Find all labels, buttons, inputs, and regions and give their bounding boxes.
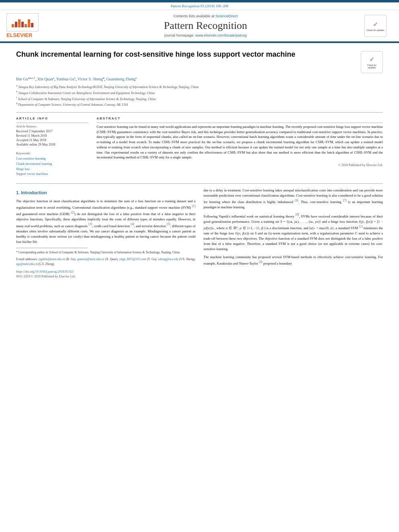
- check-update-icon: ✓: [373, 21, 378, 28]
- footnote-section: * Corresponding author at: School of Com…: [16, 250, 195, 266]
- ref-7[interactable]: [7]: [343, 200, 347, 204]
- keywords-list: Cost-sensitive learning Chunk incrementa…: [16, 156, 88, 177]
- article-info-heading: ARTICLE INFO: [16, 117, 88, 120]
- paper-content: Chunk incremental learning for cost-sens…: [0, 43, 399, 286]
- homepage-url[interactable]: www.elsevier.com/locate/patcog: [195, 33, 247, 37]
- doi-link[interactable]: https://doi.org/10.1016/j.patcog.2018.05…: [16, 270, 74, 273]
- journal-header-right: ✓ Check for updates: [364, 15, 393, 37]
- affil-a-text: Jiangsu Key Laboratory of Big Data Analy…: [18, 85, 198, 89]
- keyword-4[interactable]: Support vector machines: [16, 172, 48, 176]
- revised-date: Revised 11 March 2018: [16, 134, 88, 138]
- author-2[interactable]: Xin Quan: [37, 77, 53, 81]
- ref-1b[interactable]: [1]: [359, 226, 363, 230]
- intro-para-right-2: Following Vapnik's influential work on s…: [204, 213, 383, 252]
- affil-d-marker: d: [16, 103, 17, 107]
- check-update-icon-2: ✓: [369, 55, 374, 63]
- paper-title: Chunk incremental learning for cost-sens…: [16, 49, 356, 60]
- body-columns: 1. Introduction The objective function o…: [16, 188, 383, 279]
- ref-1[interactable]: [1]: [192, 205, 195, 210]
- keywords-heading: Keywords:: [16, 151, 88, 155]
- abstract-divider: [97, 123, 383, 123]
- elsevier-logo: ELSEVIER: [6, 13, 47, 38]
- ref-5[interactable]: [5]: [167, 224, 171, 228]
- email-zheng[interactable]: zgs@nuist.edu.cn: [16, 262, 37, 266]
- abstract-col: ABSTRACT Cost-sensitive learning can be …: [97, 117, 383, 177]
- check-update-right: ✓ Check forupdates: [361, 51, 383, 73]
- check-update-badge: ✓ Check for updates: [364, 15, 387, 37]
- author-5[interactable]: Guansheng Zheng: [106, 77, 136, 81]
- info-divider-1: [16, 123, 88, 123]
- affil-c-marker: c: [16, 97, 17, 101]
- paper-title-section: Chunk incremental learning for cost-sens…: [16, 49, 383, 73]
- ref-8[interactable]: [8]: [296, 214, 299, 218]
- ref-6[interactable]: [6]: [295, 200, 298, 204]
- ref-4[interactable]: [4]: [131, 224, 134, 228]
- copyright-line: © 2018 Published by Elsevier Ltd.: [97, 163, 383, 167]
- available-date: Available online 29 May 2018: [16, 143, 88, 146]
- body-divider: [16, 183, 383, 184]
- intro-para-1: The objective function of most classific…: [16, 199, 195, 244]
- ref-9[interactable]: [9]: [259, 261, 263, 265]
- keyword-3[interactable]: Hinge loss: [16, 167, 30, 171]
- affil-c-text: School of Computer & Software, Nanjing U…: [18, 97, 156, 101]
- affil-a-marker: a: [16, 85, 17, 89]
- doi-line: https://doi.org/10.1016/j.patcog.2018.05…: [16, 269, 195, 274]
- email-sheng[interactable]: ssheng@uca.edu: [158, 257, 178, 261]
- check-update-label: Check for updates: [366, 29, 385, 31]
- footnote-emails: E-mail addresses: jsgubin@nuist.edu.cn (…: [16, 257, 195, 266]
- keyword-1[interactable]: Cost-sensitive learning: [16, 157, 46, 160]
- affiliations: a Jiangsu Key Laboratory of Big Data Ana…: [16, 84, 383, 107]
- journal-link-bar: Pattern Recognition 83 (2018) 196–208: [0, 2, 399, 10]
- meta-divider: [16, 112, 383, 113]
- email-yunhua[interactable]: yhgu_6655@163.com: [119, 257, 146, 261]
- journal-name: Pattern Recognition: [47, 20, 364, 32]
- footnote-divider: [16, 248, 88, 249]
- keywords-section: Keywords: Cost-sensitive learning Chunk …: [16, 151, 88, 177]
- affil-b-marker: b: [16, 91, 17, 95]
- article-info-col: ARTICLE INFO Article history: Received 2…: [16, 117, 88, 177]
- journal-header-center: Contents lists available at ScienceDirec…: [47, 14, 364, 37]
- logo-image: [6, 13, 39, 31]
- abstract-heading: ABSTRACT: [97, 117, 383, 120]
- accepted-date: Accepted 21 May 2018: [16, 138, 88, 142]
- sciencedirect-link[interactable]: ScienceDirect: [216, 14, 238, 18]
- authors-line: Bin Gua,b,c,*, Xin Quanc, Yunhua Guc, Vi…: [16, 76, 383, 81]
- article-meta-section: ARTICLE INFO Article history: Received 2…: [16, 117, 383, 177]
- author-3[interactable]: Yunhua Gu: [56, 77, 74, 81]
- check-update-label-2: Check forupdates: [367, 64, 377, 69]
- history-heading: Article history:: [16, 124, 88, 128]
- footnote-star-text: * Corresponding author at: School of Com…: [16, 250, 195, 255]
- email-quan[interactable]: quanxin@nuist.edu.cn: [77, 257, 104, 261]
- author-4[interactable]: Victor S. Sheng: [78, 77, 103, 81]
- body-col-left: 1. Introduction The objective function o…: [16, 188, 195, 279]
- ref-3[interactable]: [3]: [88, 224, 92, 228]
- homepage-line: journal homepage: www.elsevier.com/locat…: [47, 33, 364, 37]
- email-label: E-mail addresses:: [16, 257, 38, 261]
- affil-b-text: Jiangsu Collaborative Innovation Center …: [18, 91, 154, 95]
- intro-para-right-3: The machine learning community has propo…: [204, 255, 383, 266]
- history-section: Article history: Received 2 September 20…: [16, 124, 88, 146]
- ref-2[interactable]: [2]: [71, 212, 74, 216]
- abstract-text: Cost-sensitive learning can be found in …: [97, 124, 383, 160]
- affil-d-text: Department of Computer Science, Universi…: [18, 103, 128, 107]
- section-1-heading: 1. Introduction: [16, 189, 195, 196]
- body-col-right: due to a delay in treatment. Cost-sensit…: [204, 188, 383, 279]
- intro-para-right-1: due to a delay in treatment. Cost-sensit…: [204, 188, 383, 210]
- author-1[interactable]: Bin Gu: [16, 77, 28, 81]
- header-section: ELSEVIER Contents lists available at Sci…: [0, 10, 399, 42]
- keyword-2[interactable]: Chunk incremental learning: [16, 162, 52, 166]
- received-date: Received 2 September 2017: [16, 129, 88, 133]
- email-gu[interactable]: jsgubin@nuist.edu.cn: [39, 257, 65, 261]
- contents-line: Contents lists available at ScienceDirec…: [47, 14, 364, 18]
- elsevier-wordmark: ELSEVIER: [6, 32, 47, 38]
- issn-line: 0031-3203/© 2018 Published by Elsevier L…: [16, 274, 195, 279]
